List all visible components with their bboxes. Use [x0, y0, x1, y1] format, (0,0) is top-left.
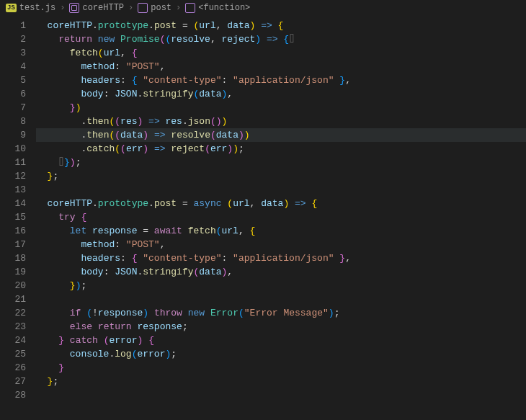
code-line[interactable]: headers: { "content-type": "application/…	[36, 251, 526, 265]
code-line[interactable]: headers: { "content-type": "application/…	[36, 73, 526, 87]
chevron-right-icon: ›	[176, 3, 181, 13]
code-line[interactable]: else return response;	[36, 320, 526, 334]
line-number: 14	[0, 197, 26, 210]
js-file-icon: JS	[6, 4, 17, 12]
code-editor[interactable]: 1234567891011121314151617181920212223242…	[0, 16, 526, 420]
line-number: 2	[0, 32, 26, 46]
breadcrumb: JS test.js › coreHTTP › post › <function…	[0, 0, 526, 16]
code-line[interactable]: ⌷});	[36, 156, 526, 169]
chevron-right-icon: ›	[128, 3, 133, 13]
breadcrumb-method[interactable]: post	[138, 3, 171, 13]
line-number: 22	[0, 306, 26, 320]
line-number-gutter: 1234567891011121314151617181920212223242…	[0, 16, 36, 420]
line-number: 28	[0, 388, 26, 402]
line-number: 21	[0, 292, 26, 306]
line-number: 3	[0, 46, 26, 60]
line-number: 7	[0, 101, 26, 115]
line-number: 23	[0, 320, 26, 334]
code-line[interactable]: method: "POST",	[36, 60, 526, 73]
line-number: 11	[0, 156, 26, 169]
symbol-class-icon	[69, 3, 79, 13]
breadcrumb-class[interactable]: coreHTTP	[69, 3, 124, 13]
breadcrumb-function[interactable]: <function>	[185, 3, 250, 13]
code-line[interactable]: }	[36, 361, 526, 375]
line-number: 5	[0, 73, 26, 87]
code-line[interactable]: .then((res) => res.json())	[36, 115, 526, 128]
code-line[interactable]: })	[36, 101, 526, 115]
chevron-right-icon: ›	[60, 3, 65, 13]
line-number: 12	[0, 169, 26, 183]
line-number: 18	[0, 251, 26, 265]
line-number: 20	[0, 279, 26, 292]
line-number: 24	[0, 334, 26, 347]
code-line[interactable]: console.log(error);	[36, 347, 526, 361]
code-line[interactable]: if (!response) throw new Error("Error Me…	[36, 306, 526, 320]
line-number: 25	[0, 347, 26, 361]
code-line[interactable]: body: JSON.stringify(data),	[36, 265, 526, 279]
code-line[interactable]	[36, 292, 526, 306]
line-number: 9	[0, 128, 26, 142]
code-line[interactable]: } catch (error) {	[36, 334, 526, 347]
line-number: 26	[0, 361, 26, 375]
code-line[interactable]: .then((data) => resolve(data))	[36, 128, 526, 142]
code-line[interactable]	[36, 388, 526, 402]
code-area[interactable]: coreHTTP.prototype.post = (url, data) =>…	[36, 16, 526, 420]
code-line[interactable]: let response = await fetch(url, {	[36, 224, 526, 238]
code-line[interactable]: .catch((err) => reject(err));	[36, 142, 526, 156]
breadcrumb-file[interactable]: JS test.js	[6, 3, 55, 13]
code-line[interactable]: coreHTTP.prototype.post = (url, data) =>…	[36, 19, 526, 32]
code-line[interactable]: method: "POST",	[36, 238, 526, 251]
line-number: 10	[0, 142, 26, 156]
symbol-method-icon	[138, 3, 148, 13]
line-number: 19	[0, 265, 26, 279]
code-line[interactable]: };	[36, 375, 526, 388]
line-number: 15	[0, 210, 26, 224]
code-line[interactable]: fetch(url, {	[36, 46, 526, 60]
symbol-function-icon	[185, 3, 195, 13]
line-number: 6	[0, 87, 26, 101]
line-number: 13	[0, 183, 26, 197]
code-line[interactable]: return new Promise((resolve, reject) => …	[36, 32, 526, 46]
line-number: 8	[0, 115, 26, 128]
line-number: 27	[0, 375, 26, 388]
code-line[interactable]: coreHTTP.prototype.post = async (url, da…	[36, 197, 526, 210]
code-line[interactable]	[36, 183, 526, 197]
code-line[interactable]: });	[36, 279, 526, 292]
line-number: 4	[0, 60, 26, 73]
line-number: 1	[0, 19, 26, 32]
code-line[interactable]: };	[36, 169, 526, 183]
line-number: 16	[0, 224, 26, 238]
code-line[interactable]: body: JSON.stringify(data),	[36, 87, 526, 101]
code-line[interactable]: try {	[36, 210, 526, 224]
line-number: 17	[0, 238, 26, 251]
